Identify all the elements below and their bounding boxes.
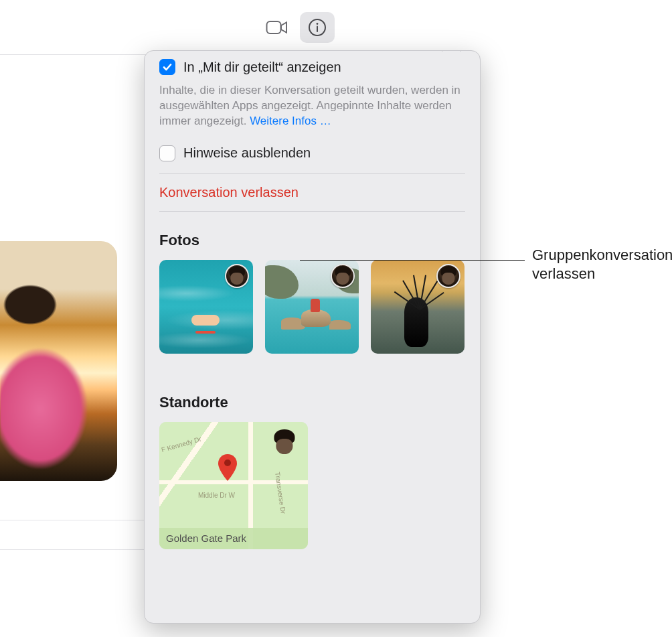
map-pin-icon — [218, 454, 237, 481]
divider — [0, 520, 161, 520]
sender-avatar — [331, 264, 355, 288]
toolbar — [0, 0, 348, 55]
conversation-background-image — [0, 241, 117, 481]
shared-with-you-label: In „Mit dir geteilt“ anzeigen — [183, 60, 341, 75]
divider — [0, 549, 161, 550]
shared-with-you-description: Inhalte, die in dieser Konversation gete… — [159, 83, 465, 129]
map-street-label: Middle Dr W — [198, 492, 235, 499]
shared-photo-thumbnail[interactable] — [159, 260, 253, 354]
sender-avatar — [436, 264, 460, 288]
svg-point-3 — [224, 459, 231, 466]
svg-rect-0 — [267, 21, 281, 33]
leave-conversation-button[interactable]: Konversation verlassen — [159, 174, 465, 211]
shared-with-you-row[interactable]: In „Mit dir geteilt“ anzeigen — [159, 59, 465, 75]
locations-section-title: Standorte — [159, 394, 465, 411]
location-name: Golden Gate Park — [159, 528, 308, 549]
sender-avatar — [270, 429, 299, 457]
info-icon — [308, 18, 327, 37]
details-popover: In „Mit dir geteilt“ anzeigen Inhalte, d… — [144, 50, 481, 624]
shared-photo-thumbnail[interactable] — [265, 260, 359, 354]
svg-point-2 — [317, 23, 319, 25]
more-info-link[interactable]: Weitere Infos … — [250, 115, 331, 127]
photos-section-title: Fotos — [159, 232, 465, 249]
callout-leader-line — [300, 260, 525, 261]
shared-photo-thumbnail[interactable] — [371, 260, 465, 354]
shared-location-card[interactable]: F Kennedy Dr Middle Dr W Transverse Dr G… — [159, 422, 308, 549]
hide-hints-row[interactable]: Hinweise ausblenden — [159, 129, 465, 173]
divider — [159, 211, 465, 212]
photos-grid — [159, 260, 465, 354]
sender-avatar — [225, 264, 249, 288]
shared-with-you-checkbox[interactable] — [159, 59, 175, 75]
video-camera-icon — [266, 20, 288, 35]
hide-hints-checkbox[interactable] — [159, 145, 175, 161]
details-info-button[interactable] — [300, 12, 335, 43]
facetime-button[interactable] — [260, 12, 295, 43]
callout-label: Gruppenkonversation verlassen — [532, 246, 665, 283]
hide-hints-label: Hinweise ausblenden — [183, 145, 311, 161]
